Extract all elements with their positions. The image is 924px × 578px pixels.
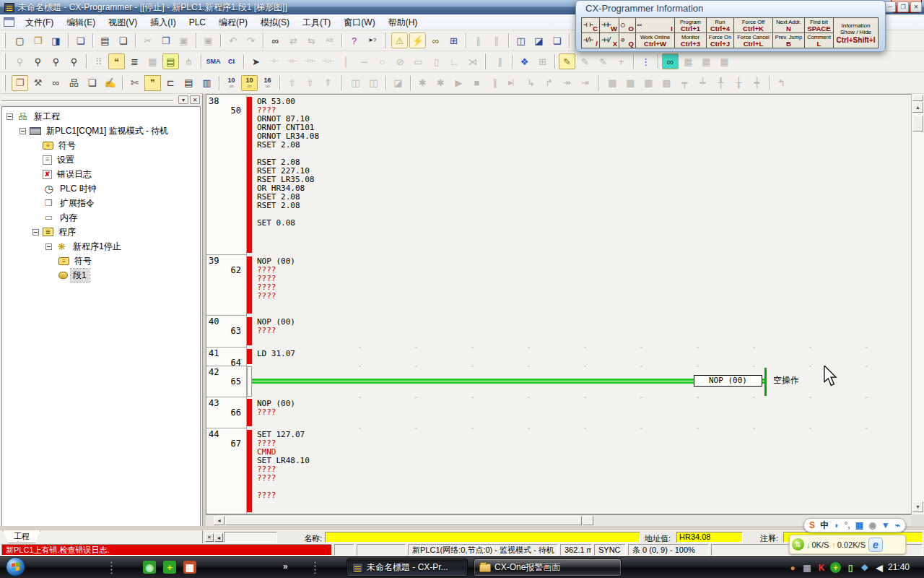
skin-icon[interactable]: ▼ <box>881 520 890 530</box>
account-icon[interactable]: ◉ <box>868 520 876 530</box>
scroll-right-icon[interactable] <box>583 516 593 525</box>
cx-programmer-information-popup[interactable]: CX-Programmer Information ⊣ ⊢C⊣⊣⊢W○O▭IPr… <box>575 0 886 52</box>
monitor-signed-decimal-button[interactable]: 10oo <box>241 75 258 91</box>
online-edit-compile-button[interactable]: ⚡ <box>409 33 426 48</box>
menu-plc[interactable]: PLC <box>183 14 212 30</box>
quick-launch-apps-icon[interactable]: ▦ <box>183 561 196 574</box>
menu-window[interactable]: 窗口(W) <box>337 14 381 30</box>
menu-view[interactable]: 视图(V) <box>102 14 144 30</box>
watch-prev-icon[interactable]: ◄ <box>214 533 223 542</box>
menu-program[interactable]: 编程(P) <box>212 14 254 30</box>
menu-simulation[interactable]: 模拟(S) <box>254 14 296 30</box>
help-button[interactable]: ? <box>346 33 362 48</box>
name-field[interactable] <box>325 532 640 543</box>
task-cx-one-folder[interactable]: CX-One报警画面 <box>474 558 622 577</box>
nop-instruction-box[interactable]: NOP (00) <box>694 375 762 387</box>
rung-41-number-cell[interactable]: 4164 <box>206 348 247 366</box>
rung-44-content[interactable]: SET 127.07????CMNDSET LR48.10???????????… <box>252 428 911 514</box>
build-button[interactable]: ⚒ <box>30 75 46 91</box>
download-button[interactable]: ◫ <box>513 33 529 48</box>
context-help-button[interactable]: ➤? <box>364 33 380 48</box>
menu-help[interactable]: 帮助(H) <box>382 14 424 30</box>
print-button[interactable]: ▤ <box>97 33 113 48</box>
vertical-scrollbar[interactable]: ▲ ▼ <box>911 94 924 514</box>
compile-check-button[interactable]: ∞ <box>427 33 444 48</box>
new-file-button[interactable]: ▢ <box>12 33 28 48</box>
tree-item-expansion-instructions-node[interactable]: ❒扩展指令 <box>2 196 200 210</box>
mnemonics-view-button[interactable]: SMA <box>205 53 222 69</box>
rung-39-content[interactable]: NOP (00)???????????????? <box>252 255 911 316</box>
rung-43-content[interactable]: NOP (00)???? <box>252 397 911 428</box>
quick-launch-cx-one-icon[interactable]: + <box>163 561 176 574</box>
watch-close-icon[interactable]: ✕ <box>205 533 214 542</box>
tree-item-error-log-node[interactable]: ✘错误日志 <box>2 167 200 181</box>
remote-grid-icon[interactable]: ▦ <box>801 562 813 574</box>
quick-launch-overflow[interactable]: » <box>283 561 288 571</box>
view-list-button[interactable]: ▤ <box>180 75 197 91</box>
rung-41-content[interactable]: LD 31.07 <box>252 348 911 366</box>
compile-button[interactable]: ⚠ <box>391 33 408 48</box>
kaspersky-icon[interactable]: K <box>816 562 827 574</box>
cross-reference-button[interactable]: 品 <box>66 75 82 91</box>
mdi-minimize-button[interactable]: ─ <box>884 1 896 12</box>
sogou-logo-icon[interactable]: S <box>809 520 815 530</box>
save-button[interactable]: ◨ <box>48 33 64 48</box>
quick-launch-media-icon[interactable]: ◉ <box>143 561 156 574</box>
scrollbar-split-button[interactable] <box>912 95 923 101</box>
rung-42-content[interactable]: NOP (00)空操作 <box>252 366 911 397</box>
ie-icon[interactable]: e <box>868 538 883 552</box>
tree-item-plc-clock-node[interactable]: ◷PLC 时钟 <box>2 181 200 196</box>
expander-icon[interactable] <box>6 113 13 120</box>
hr-monitor-button[interactable]: ∞ <box>662 53 679 69</box>
open-file-button[interactable]: ❐ <box>30 33 46 48</box>
scroll-up-icon[interactable]: ▲ <box>912 102 923 113</box>
workspace-grip[interactable] <box>1 98 173 101</box>
menu-file[interactable]: 文件(F) <box>19 14 60 30</box>
task-cx-programmer[interactable]: 未命名標題 - CX-Pr... <box>346 558 468 577</box>
taskbar-grip-2[interactable] <box>313 561 317 574</box>
address-reference-button[interactable]: ❖ <box>516 53 533 69</box>
rung-39-number-cell[interactable]: 3962 <box>206 255 247 316</box>
expander-icon[interactable] <box>32 229 39 236</box>
rung-wrap-button[interactable]: ≣ <box>126 53 143 69</box>
scroll-down-icon[interactable]: ▼ <box>912 501 923 512</box>
zoom-reset-button[interactable]: ⚲ <box>66 53 82 69</box>
expander-icon[interactable] <box>19 128 26 134</box>
tree-item-program1-node[interactable]: ❋新程序1停止 <box>2 239 200 254</box>
tree-item-settings-node[interactable]: ☰设置 <box>2 152 200 167</box>
mdi-close-button[interactable]: ✕ <box>910 1 922 12</box>
fullwidth-moon-icon[interactable]: ◗ <box>834 520 839 530</box>
monitor-decimal-button[interactable]: 10oo <box>223 75 240 91</box>
upload-button[interactable]: ◪ <box>531 33 547 48</box>
workspace-pin-icon[interactable]: ▾ <box>178 95 188 104</box>
address-value-field[interactable]: HR34.08 <box>676 532 743 543</box>
palette-icon[interactable]: ● <box>787 562 798 574</box>
section-insert-button[interactable]: ⊏ <box>162 75 179 91</box>
workspace-close-icon[interactable]: ✕ <box>190 95 200 104</box>
menu-insert[interactable]: 插入(I) <box>144 14 182 30</box>
rung-comment-button[interactable]: ❞ <box>144 75 161 91</box>
horizontal-scroll-thumb[interactable] <box>225 516 582 525</box>
rung-40-number-cell[interactable]: 4063 <box>206 316 247 348</box>
menu-tools[interactable]: 工具(T) <box>296 14 337 30</box>
menu-edit[interactable]: 编辑(E) <box>60 14 102 30</box>
rung-40-content[interactable]: NOP (00)???? <box>252 316 911 348</box>
new-window-button[interactable]: ❐ <box>12 75 28 91</box>
output-window-button[interactable]: ❏ <box>84 75 100 91</box>
monitor-hex-button[interactable]: 16oo <box>259 75 276 91</box>
expander-icon[interactable] <box>45 243 52 250</box>
soft-keyboard-icon[interactable]: ▦ <box>855 520 863 530</box>
tree-item-programs-node[interactable]: ≣程序 <box>2 225 200 239</box>
scroll-left-icon[interactable]: ◄ <box>214 516 225 525</box>
rung-44-number-cell[interactable]: 4467 <box>206 428 247 514</box>
tree-item-memory-node[interactable]: ▭内存 <box>2 210 200 225</box>
mdi-restore-button[interactable]: ❐ <box>897 1 909 12</box>
start-button[interactable] <box>6 557 25 577</box>
copy-button[interactable]: ❐ <box>157 33 174 48</box>
comment-edit-button[interactable]: ✎ <box>559 53 575 69</box>
rung-42-number-cell[interactable]: 4265 <box>206 366 247 397</box>
zoom-out-button[interactable]: ⚲ <box>30 53 46 69</box>
tree-item-symbols-node[interactable]: ≡符号 <box>2 138 200 152</box>
print-preview-button[interactable]: ❏ <box>115 33 131 48</box>
ci-view-button[interactable]: CI <box>223 53 240 69</box>
